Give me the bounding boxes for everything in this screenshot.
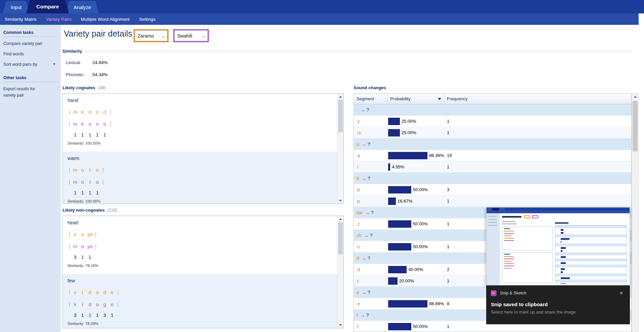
arrow-down-icon [339, 200, 342, 202]
snip-preview-thumbnail[interactable] [486, 207, 630, 285]
word-pair-entry[interactable]: few|vidodo||kidogo||311131|Similarity: 7… [63, 274, 337, 328]
sidebar-item-compare-variety-pair[interactable]: Compare variety pair [3, 41, 57, 47]
variety2-combobox[interactable]: Swahili ⌄ [173, 29, 209, 42]
snip-preview-row [555, 228, 627, 231]
sidebar-item-find-words[interactable]: Find words [3, 51, 57, 57]
arrow-up-icon [634, 96, 637, 98]
probability-bar [388, 186, 411, 193]
alignment-scores: |11111| [67, 130, 337, 140]
scroll-up-button[interactable] [337, 216, 343, 222]
snip-preview-row [555, 253, 627, 256]
column-header-segment[interactable]: Segment [354, 94, 387, 104]
variety1-transcription: |mkono| [67, 106, 337, 117]
nav-settings[interactable]: Settings [134, 13, 160, 25]
variety2-value: Swahili [177, 33, 192, 39]
word-pair-entry[interactable]: heart|zoyo||moyo||311|Similarity: 78.18% [63, 216, 337, 274]
notification-toast[interactable]: ✂ Snip & Sketch ✕ Snip saved to clipboar… [486, 285, 630, 324]
sound-change-row[interactable]: m25.00%1 [354, 127, 631, 139]
scroll-down-button[interactable] [337, 198, 343, 204]
arrow-down-icon [339, 324, 342, 326]
tab-compare[interactable]: Compare [26, 0, 69, 13]
noncognates-listbox: heart|zoyo||moyo||311|Similarity: 78.18%… [62, 216, 344, 328]
scrollbar-thumb[interactable] [338, 100, 343, 132]
sound-change-group-row[interactable]: b→ ? [354, 173, 631, 184]
pair-similarity: Similarity: 100.00% [67, 199, 337, 203]
snip-preview-navbar [487, 211, 630, 213]
probability-bar [388, 152, 427, 159]
sound-change-row[interactable]: b50.00%3 [354, 184, 631, 196]
snip-preview-row [555, 274, 627, 277]
snip-preview-row [555, 259, 627, 262]
tab-analyze[interactable]: Analyze [65, 1, 99, 13]
lexical-label: Lexical: [66, 60, 92, 65]
toast-subtitle[interactable]: Select here to mark up and share the ima… [491, 310, 625, 315]
sort-arrow-icon [438, 98, 441, 100]
probability-bar [388, 163, 390, 171]
probability-bar [388, 277, 398, 285]
sidebar-section-title: Other tasks [3, 75, 57, 82]
word-pair-entry[interactable]: hand|mkono||mkono||11111|Similarity: 100… [63, 94, 337, 152]
similarity-heading-label: Similarity [62, 49, 82, 54]
snip-preview-row [555, 240, 627, 243]
application-window: InputCompareAnalyze Similarity MatrixVar… [0, 0, 644, 332]
sound-change-group-row[interactable]: a→ ? [354, 139, 631, 150]
sound-change-row[interactable]: i4.55%1 [354, 161, 631, 173]
tab-input[interactable]: Input [3, 1, 30, 13]
variety2-transcription: |moto| [67, 176, 337, 187]
nav-multiple-word-alignment[interactable]: Multiple Word Alignment [76, 13, 134, 25]
sidebar-item-sort-word-pairs-by[interactable]: Sort word pairs by▸ [3, 61, 57, 67]
snip-preview-combo2 [532, 215, 538, 218]
snip-preview-title [502, 216, 521, 218]
scrollbar-thumb[interactable] [338, 222, 343, 255]
scroll-up-button[interactable] [337, 94, 343, 100]
snip-preview-combo1 [524, 215, 530, 218]
snip-preview-row [555, 271, 627, 274]
sound-change-group-row[interactable]: -→ ? [354, 104, 631, 116]
cognates-heading: Likely cognates(39) [62, 85, 106, 90]
column-header-frequency[interactable]: Frequency [444, 94, 631, 104]
scrollbar-thumb[interactable] [633, 101, 638, 151]
sound-change-row[interactable]: a86.36%19 [354, 150, 631, 161]
snip-preview-row [555, 237, 627, 240]
sort-dropdown-button[interactable] [436, 96, 442, 102]
noncognates-heading: Likely non-cognates(118) [62, 208, 117, 213]
snip-preview-row [555, 256, 627, 259]
tab-bar: InputCompareAnalyze [0, 0, 644, 13]
page-title: Variety pair details [64, 29, 132, 39]
sidebar-item-export-results-for-variety-pair[interactable]: Export results for variety pair [3, 86, 57, 98]
probability-bar [388, 323, 411, 330]
cognates-count: (39) [98, 85, 106, 90]
noncognates-scrollbar[interactable] [337, 216, 343, 328]
submenu-arrow-icon: ▸ [54, 62, 55, 65]
snip-preview-row [555, 265, 627, 268]
alignment-scores: |311| [67, 252, 337, 262]
cognates-scrollbar[interactable] [337, 94, 343, 204]
scroll-down-button[interactable] [337, 322, 343, 328]
phonetic-label: Phonetic: [66, 72, 92, 77]
sound-change-row[interactable]: y25.00%1 [354, 116, 631, 127]
snip-preview-tabbar [487, 208, 630, 211]
chevron-down-icon: ⌄ [200, 34, 208, 38]
toast-header: ✂ Snip & Sketch ✕ [486, 287, 630, 299]
probability-bar [388, 300, 427, 308]
snip-sketch-app-icon: ✂ [491, 290, 497, 296]
sidebar-section-title: Common tasks [3, 30, 57, 37]
sound-changes-scrollbar[interactable] [632, 93, 639, 332]
variety1-transcription: |vidodo| [67, 287, 337, 297]
variety1-value: Zaramo [138, 33, 154, 39]
column-header-probability[interactable]: Probability [387, 94, 444, 104]
variety1-combobox[interactable]: Zaramo ⌄ [134, 29, 169, 42]
sound-change-row[interactable]: p16.67%1 [354, 196, 631, 207]
scroll-up-button[interactable] [632, 94, 638, 100]
snip-preview-row [555, 246, 627, 250]
close-icon[interactable]: ✕ [617, 290, 625, 296]
alignment-scores: |311131| [67, 310, 337, 320]
word-pair-entry[interactable]: warm|moto||moto||1111|Similarity: 100.00… [63, 152, 337, 204]
nav-variety-pairs[interactable]: Variety Pairs [41, 13, 76, 25]
probability-bar [388, 220, 411, 228]
sound-changes-heading: Sound changes [354, 85, 386, 90]
alignment-scores: |1111| [67, 188, 337, 198]
variety2-transcription: |mkono| [67, 118, 337, 129]
nav-similarity-matrix[interactable]: Similarity Matrix [0, 13, 41, 25]
noncognates-count: (118) [107, 208, 117, 213]
